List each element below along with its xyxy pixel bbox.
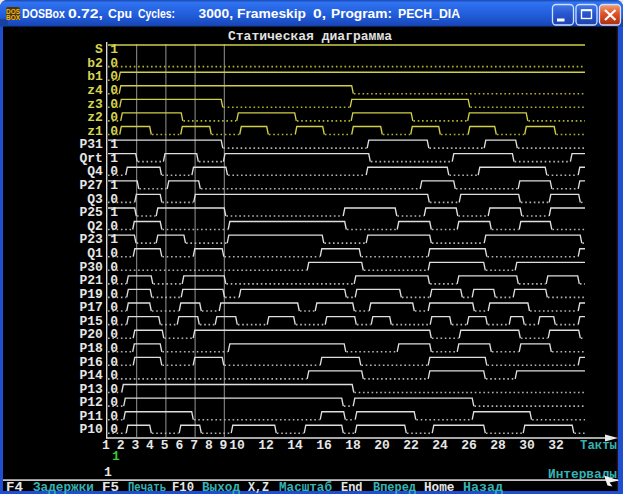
svg-text:1: 1: [102, 438, 110, 453]
svg-text:Cpu: Cpu: [108, 7, 132, 21]
svg-text:0.72,: 0.72,: [68, 7, 103, 21]
svg-text:X,Z: X,Z: [248, 480, 269, 494]
svg-text:BOX: BOX: [6, 14, 21, 21]
svg-text:10: 10: [229, 438, 245, 453]
svg-text:Home: Home: [424, 480, 455, 494]
svg-text:16: 16: [316, 438, 332, 453]
svg-text:Назад: Назад: [463, 480, 503, 494]
svg-text:Статическая диаграмма: Статическая диаграмма: [228, 29, 392, 44]
svg-text:12: 12: [258, 438, 274, 453]
svg-text:3000,: 3000,: [199, 7, 234, 21]
svg-text:F5: F5: [102, 480, 119, 494]
svg-text:Печать: Печать: [128, 480, 166, 494]
svg-text:22: 22: [403, 438, 419, 453]
svg-text:6: 6: [175, 438, 183, 453]
svg-text:26: 26: [461, 438, 477, 453]
svg-text:20: 20: [374, 438, 390, 453]
svg-text:8: 8: [205, 438, 213, 453]
svg-text:5: 5: [161, 438, 169, 453]
svg-text:0: 0: [110, 422, 118, 437]
svg-text:PECH_DIA: PECH_DIA: [398, 7, 460, 21]
svg-text:18: 18: [345, 438, 361, 453]
svg-text:28: 28: [490, 438, 506, 453]
svg-text:7: 7: [190, 438, 198, 453]
svg-text:Задержки: Задержки: [33, 480, 94, 494]
svg-text:3: 3: [131, 438, 139, 453]
svg-text:P10: P10: [79, 422, 103, 437]
svg-text:0,: 0,: [313, 7, 326, 21]
svg-text:F10: F10: [172, 480, 194, 494]
svg-text:F4: F4: [6, 480, 23, 494]
svg-text:Вперед: Вперед: [373, 480, 416, 494]
svg-text:DOSBox: DOSBox: [22, 7, 65, 21]
svg-text:Выход: Выход: [202, 480, 240, 494]
svg-text:Cycles:: Cycles:: [138, 7, 175, 21]
svg-text:24: 24: [432, 438, 448, 453]
svg-text:Масштаб: Масштаб: [279, 480, 332, 494]
svg-text:14: 14: [287, 438, 303, 453]
svg-text:9: 9: [219, 438, 227, 453]
svg-text:End: End: [341, 480, 363, 494]
svg-text:32: 32: [548, 438, 564, 453]
svg-text:4: 4: [146, 438, 154, 453]
svg-text:1: 1: [104, 465, 112, 480]
svg-text:Program:: Program:: [331, 7, 392, 21]
svg-text:1: 1: [112, 449, 120, 464]
svg-text:30: 30: [519, 438, 535, 453]
svg-text:Frameskip: Frameskip: [237, 7, 306, 21]
svg-text:Такты: Такты: [580, 438, 617, 453]
